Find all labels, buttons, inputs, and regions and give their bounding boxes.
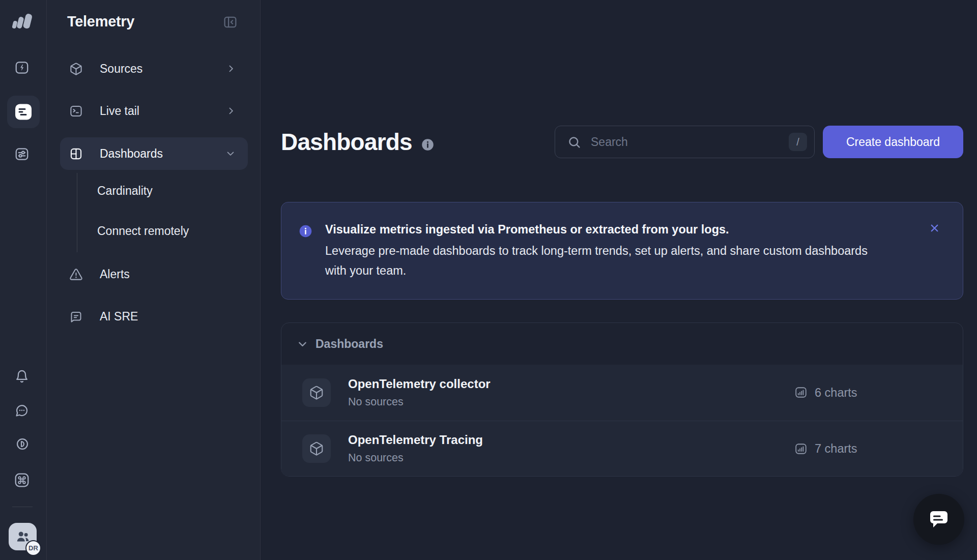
slash-shortcut-key: / xyxy=(789,133,807,151)
chevron-right-icon xyxy=(226,106,236,116)
chat-widget-button[interactable] xyxy=(913,494,964,545)
icon-rail: DR xyxy=(0,0,47,560)
dashboard-row-opentelemetry-tracing[interactable]: OpenTelemetry Tracing No sources 7 chart… xyxy=(281,421,963,477)
sidebar-item-sources[interactable]: Sources xyxy=(47,52,261,85)
banner-text: Visualize metrics ingested via Prometheu… xyxy=(325,221,902,281)
chat-bubble-icon xyxy=(927,507,951,532)
sidebar-item-label: Dashboards xyxy=(100,147,163,161)
dashboard-title: OpenTelemetry Tracing xyxy=(348,433,483,447)
sidebar-item-label: AI SRE xyxy=(100,310,138,323)
charts-count: 7 charts xyxy=(794,442,857,456)
cube-icon xyxy=(69,62,83,76)
bar-chart-icon xyxy=(794,442,808,455)
collapse-sidebar-icon[interactable] xyxy=(223,15,238,30)
create-dashboard-button[interactable]: Create dashboard xyxy=(823,126,963,158)
charts-count-label: 6 charts xyxy=(815,386,857,399)
command-icon[interactable] xyxy=(14,472,30,488)
banner-title: Visualize metrics ingested via Prometheu… xyxy=(325,221,902,238)
contrast-icon[interactable] xyxy=(15,437,30,451)
dashboard-icon xyxy=(69,147,83,161)
banner-body: Leverage pre-made dashboards to track lo… xyxy=(325,241,880,281)
dashboards-section-header[interactable]: Dashboards xyxy=(281,323,963,365)
dashboard-row-text: OpenTelemetry collector No sources xyxy=(348,377,491,408)
charts-count: 6 charts xyxy=(794,386,857,399)
logo-icon[interactable] xyxy=(10,12,35,32)
feedback-icon[interactable] xyxy=(15,403,29,418)
sidebar-item-ai-sre[interactable]: AI SRE xyxy=(47,300,261,333)
chevron-right-icon xyxy=(226,64,236,74)
page-header: Dashboards / Create dashboard xyxy=(281,126,963,158)
section-title: Dashboards xyxy=(315,337,383,351)
sidebar-item-label: Live tail xyxy=(100,104,139,118)
sidebar-item-live-tail[interactable]: Live tail xyxy=(47,95,261,127)
sidebar-subitem-connect-remotely[interactable]: Connect remotely xyxy=(97,217,189,245)
info-banner: Visualize metrics ingested via Prometheu… xyxy=(281,202,963,300)
page-title: Dashboards xyxy=(281,128,412,156)
dashboard-title: OpenTelemetry collector xyxy=(348,377,491,391)
close-icon[interactable] xyxy=(926,219,943,237)
bell-icon[interactable] xyxy=(15,369,29,384)
main-content: Dashboards / Create dashboard xyxy=(261,0,977,560)
info-icon[interactable] xyxy=(421,138,435,152)
search-icon xyxy=(567,135,581,149)
search-box: / xyxy=(555,126,815,158)
dashboards-card: Dashboards OpenTelemetry collector No so… xyxy=(281,322,963,477)
lightning-icon[interactable] xyxy=(14,60,30,75)
sidebar-title: Telemetry xyxy=(67,13,134,30)
sidebar: Telemetry Sources Live tail xyxy=(47,0,261,560)
dashboard-subtitle: No sources xyxy=(348,451,483,464)
bar-chart-icon xyxy=(794,386,808,399)
dashboard-row-opentelemetry-collector[interactable]: OpenTelemetry collector No sources 6 cha… xyxy=(281,365,963,421)
sidebar-item-dashboards[interactable]: Dashboards xyxy=(60,137,248,170)
info-filled-icon xyxy=(299,224,312,238)
sliders-icon[interactable] xyxy=(14,146,30,162)
rail-divider xyxy=(12,507,33,507)
warning-icon xyxy=(69,268,83,281)
chevron-down-icon xyxy=(225,149,236,159)
chat-square-icon xyxy=(69,310,83,323)
search-input[interactable] xyxy=(590,135,789,150)
dashboards-list: OpenTelemetry collector No sources 6 cha… xyxy=(281,365,963,476)
cube-icon xyxy=(302,434,331,463)
chevron-down-icon xyxy=(297,338,308,350)
terminal-icon xyxy=(69,104,83,118)
user-initials-badge[interactable]: DR xyxy=(25,540,41,556)
charts-count-label: 7 charts xyxy=(815,442,857,456)
dashboard-row-text: OpenTelemetry Tracing No sources xyxy=(348,433,483,464)
sidebar-subitem-cardinality[interactable]: Cardinality xyxy=(97,176,153,205)
cube-icon xyxy=(302,378,331,407)
sidebar-item-label: Sources xyxy=(100,62,142,76)
sidebar-item-alerts[interactable]: Alerts xyxy=(47,258,261,290)
logs-icon-selected[interactable] xyxy=(7,96,40,128)
subnav-indent-line xyxy=(77,173,77,252)
sidebar-item-label: Alerts xyxy=(100,268,130,281)
dashboard-subtitle: No sources xyxy=(348,395,491,408)
